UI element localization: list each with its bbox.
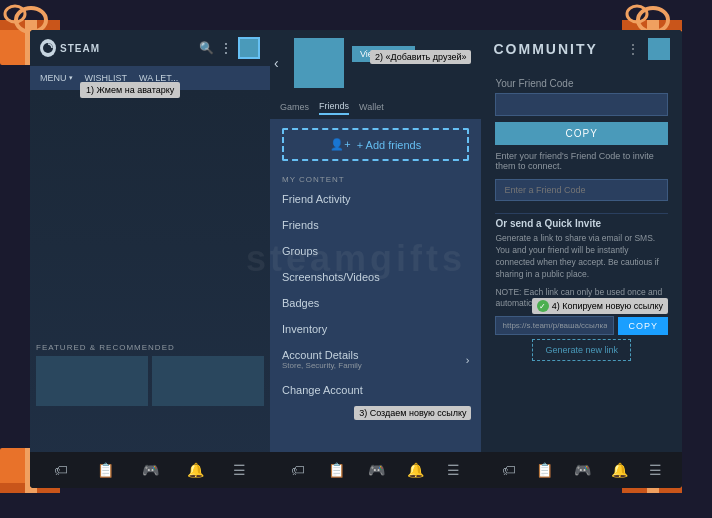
right-panel: COMMUNITY ⋮ Your Friend Code COPY Enter … [481,30,682,488]
featured-cards [36,356,264,406]
right-bottom-bell-icon[interactable]: 🔔 [611,462,628,478]
left-panel: STEAM 🔍 ⋮ 1) Жмем на аватарку MENU▾ WISH… [30,30,270,488]
friend-code-input[interactable] [495,93,668,116]
mid-bottom-controller-icon[interactable]: 🎮 [368,462,385,478]
right-bottom-tag-icon[interactable]: 🏷 [502,462,516,478]
right-bottom-bar: 🏷 📋 🎮 🔔 ☰ [481,452,682,488]
menu-change-account[interactable]: Change Account [270,377,481,403]
profile-tabs: Games Friends Wallet [270,96,481,120]
more-options-icon[interactable]: ⋮ [220,41,232,55]
account-details-sub: Store, Security, Family [282,361,362,370]
add-friends-button[interactable]: 👤+ + Add friends [282,128,469,161]
divider [495,213,668,214]
left-bottom-bar: 🏷 📋 🎮 🔔 ☰ [30,452,270,488]
my-content-label: MY CONTENT [270,169,481,186]
right-content: Your Friend Code COPY Enter your friend'… [481,68,682,452]
copy-friend-code-button[interactable]: COPY [495,122,668,145]
header-icons: 🔍 ⋮ [199,37,260,59]
menu-groups[interactable]: Groups [270,238,481,264]
mid-bottom-tag-icon[interactable]: 🏷 [291,462,305,478]
chevron-right-icon: › [466,354,470,366]
community-avatar[interactable] [648,38,670,60]
community-more-icon[interactable]: ⋮ [626,41,640,57]
menu-friends[interactable]: Friends [270,212,481,238]
mid-bottom-list-icon[interactable]: 📋 [328,462,345,478]
friend-code-section-title: Your Friend Code [495,78,668,89]
tab-games[interactable]: Games [280,102,309,114]
steam-header: STEAM 🔍 ⋮ [30,30,270,66]
new-link-annotation: 3) Создаем новую ссылку [354,406,471,420]
featured-card-2[interactable] [152,356,264,406]
featured-label: FEATURED & RECOMMENDED [36,343,264,352]
add-friends-label: + Add friends [357,139,422,151]
check-icon: ✓ [537,300,549,312]
bottom-controller-icon[interactable]: 🎮 [142,462,159,478]
menu-friend-activity[interactable]: Friend Activity [270,186,481,212]
tab-wallet[interactable]: Wallet [359,102,384,114]
copy-link-button[interactable]: COPY [618,317,668,335]
mid-bottom-bell-icon[interactable]: 🔔 [407,462,424,478]
steam-logo-text: STEAM [60,43,100,54]
profile-avatar[interactable] [294,38,344,88]
nav-menu[interactable]: MENU▾ [36,73,77,83]
right-bottom-list-icon[interactable]: 📋 [536,462,553,478]
right-bottom-menu-icon[interactable]: ☰ [649,462,662,478]
quick-invite-desc: Generate a link to share via email or SM… [495,233,668,281]
back-button[interactable]: ‹ [274,55,279,71]
menu-badges[interactable]: Badges [270,290,481,316]
avatar-tooltip: 1) Жмем на аватарку [80,82,180,98]
generate-new-link-button[interactable]: Generate new link [532,339,631,361]
invite-text: Enter your friend's Friend Code to invit… [495,151,668,171]
mid-bottom-menu-icon[interactable]: ☰ [447,462,460,478]
copy-step-label: 4) Копируем новую ссылку [552,301,663,311]
add-friends-annotation: 2) «Добавить друзей» [370,50,472,64]
menu-inventory[interactable]: Inventory [270,316,481,342]
search-icon[interactable]: 🔍 [199,41,214,55]
add-friends-icon: 👤+ [330,138,350,151]
profile-area: ‹ View Profile 2) «Добавить друзей» [270,30,481,96]
link-url-input[interactable] [495,316,614,335]
left-content: FEATURED & RECOMMENDED [30,90,270,452]
main-container: STEAM 🔍 ⋮ 1) Жмем на аватарку MENU▾ WISH… [30,30,682,488]
featured-card-1[interactable] [36,356,148,406]
menu-account-details[interactable]: Account Details Store, Security, Family … [270,342,481,377]
bottom-tag-icon[interactable]: 🏷 [54,462,68,478]
account-details-label: Account Details [282,349,362,361]
middle-panel: ‹ View Profile 2) «Добавить друзей» Game… [270,30,481,488]
avatar[interactable] [238,37,260,59]
bottom-list-icon[interactable]: 📋 [97,462,114,478]
bottom-menu-icon[interactable]: ☰ [233,462,246,478]
right-bottom-controller-icon[interactable]: 🎮 [574,462,591,478]
menu-screenshots[interactable]: Screenshots/Videos [270,264,481,290]
community-header: COMMUNITY ⋮ [481,30,682,68]
quick-invite-title: Or send a Quick Invite [495,218,668,229]
steam-circle-icon [40,39,56,57]
tab-friends[interactable]: Friends [319,101,349,115]
steam-logo: STEAM [40,39,100,57]
enter-friend-code-input[interactable] [495,179,668,201]
link-row: COPY [495,316,668,335]
community-title: COMMUNITY [493,41,597,57]
middle-bottom-bar: 🏷 📋 🎮 🔔 ☰ [270,452,481,488]
copy-step-annotation: ✓ 4) Копируем новую ссылку [532,298,668,314]
bottom-bell-icon[interactable]: 🔔 [187,462,204,478]
featured-section: FEATURED & RECOMMENDED [30,337,270,412]
